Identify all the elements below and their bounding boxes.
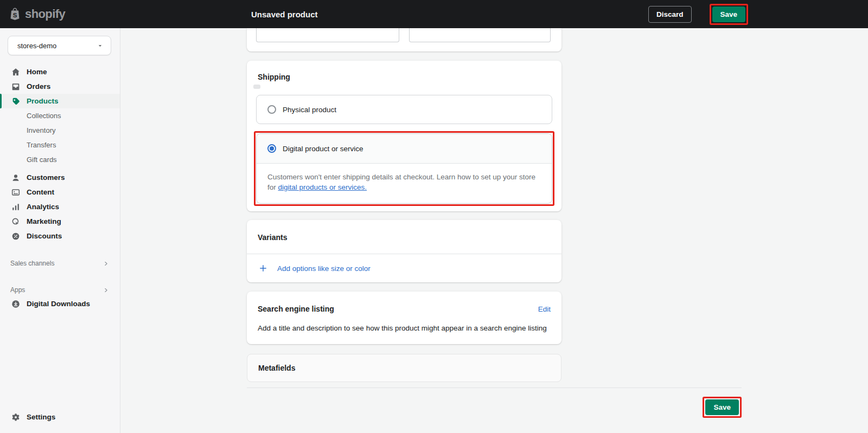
sidebar-item-settings[interactable]: Settings xyxy=(0,410,120,424)
page-title: Unsaved product xyxy=(251,0,318,28)
sidebar-item-label: Home xyxy=(27,68,47,76)
sidebar-item-marketing[interactable]: Marketing xyxy=(0,214,120,229)
save-annotation-box-bottom: Save xyxy=(703,397,742,418)
save-button-top[interactable]: Save xyxy=(712,7,746,22)
main-content: Shipping Physical product Digital produc… xyxy=(121,28,868,433)
sidebar-section-apps[interactable]: Apps xyxy=(0,283,120,296)
svg-text:S: S xyxy=(13,12,17,18)
sidebar-section-sales-channels[interactable]: Sales channels xyxy=(0,257,120,270)
shopify-wordmark: shopify xyxy=(25,7,65,21)
sidebar-item-label: Content xyxy=(27,188,54,196)
sidebar: stores-demo Home Orders Products Collect… xyxy=(0,28,120,433)
digital-downloads-icon xyxy=(10,299,21,309)
sidebar-item-digital-downloads[interactable]: Digital Downloads xyxy=(0,296,120,311)
sidebar-nav: Home Orders Products Collections Invento… xyxy=(0,64,120,311)
sidebar-item-label: Orders xyxy=(27,82,50,91)
sidebar-item-label: Products xyxy=(27,97,59,105)
sidebar-item-discounts[interactable]: Discounts xyxy=(0,229,120,243)
sidebar-item-label: Marketing xyxy=(27,217,61,225)
sidebar-item-label: Transfers xyxy=(27,141,56,149)
digital-product-option-row[interactable]: Digital product or service xyxy=(257,134,552,164)
gear-icon xyxy=(10,412,21,423)
header-actions: Discard Save xyxy=(648,0,748,28)
sidebar-item-label: Customers xyxy=(27,173,65,182)
sidebar-item-label: Settings xyxy=(27,413,55,421)
section-label: Sales channels xyxy=(10,260,54,267)
digital-products-link[interactable]: digital products or services. xyxy=(278,183,367,191)
products-tag-icon xyxy=(10,96,21,107)
sidebar-item-orders[interactable]: Orders xyxy=(0,79,120,94)
chevron-down-icon xyxy=(97,43,103,49)
shipping-card: Shipping Physical product Digital produc… xyxy=(247,61,561,211)
top-bar: S shopify Unsaved product Discard Save xyxy=(0,0,868,28)
radio-physical-product[interactable] xyxy=(267,105,276,114)
sidebar-item-gift-cards[interactable]: Gift cards xyxy=(0,152,120,167)
content-icon xyxy=(10,187,21,198)
sidebar-item-home[interactable]: Home xyxy=(0,64,120,79)
marketing-icon xyxy=(10,216,21,227)
analytics-icon xyxy=(10,202,21,212)
variants-title: Variants xyxy=(258,232,551,243)
physical-product-option[interactable]: Physical product xyxy=(256,95,552,124)
sidebar-item-label: Discounts xyxy=(27,232,62,240)
save-annotation-box: Save xyxy=(710,4,749,25)
chevron-right-icon xyxy=(103,261,109,267)
sidebar-item-analytics[interactable]: Analytics xyxy=(0,199,120,214)
home-icon xyxy=(10,67,21,77)
digital-product-label: Digital product or service xyxy=(283,145,363,153)
text-input-left[interactable] xyxy=(256,28,399,42)
sidebar-item-collections[interactable]: Collections xyxy=(0,108,120,123)
sidebar-item-products[interactable]: Products xyxy=(0,94,120,108)
sidebar-item-label: Gift cards xyxy=(27,156,57,164)
seo-description: Add a title and description to see how t… xyxy=(258,323,551,333)
bottom-save-row: Save xyxy=(247,397,742,418)
sidebar-item-label: Inventory xyxy=(27,126,55,134)
sidebar-item-inventory[interactable]: Inventory xyxy=(0,123,120,138)
sidebar-item-label: Collections xyxy=(27,112,61,120)
physical-product-label: Physical product xyxy=(283,106,336,114)
shopify-logo[interactable]: S shopify xyxy=(9,7,65,21)
metafields-title: Metafields xyxy=(258,363,295,373)
text-input-right[interactable] xyxy=(409,28,551,42)
page-divider xyxy=(247,387,742,388)
discard-button[interactable]: Discard xyxy=(648,6,692,23)
chevron-right-icon xyxy=(103,287,109,293)
shipping-title: Shipping xyxy=(247,61,561,82)
store-selector-label: stores-demo xyxy=(17,42,56,50)
sidebar-item-label: Digital Downloads xyxy=(27,300,90,308)
save-button-bottom[interactable]: Save xyxy=(705,399,739,415)
discounts-icon xyxy=(10,231,21,242)
radio-digital-product[interactable] xyxy=(267,144,276,153)
section-label: Apps xyxy=(10,286,25,294)
pricing-card-partial xyxy=(247,28,561,51)
add-option-label: Add options like size or color xyxy=(277,264,371,273)
shopify-bag-icon: S xyxy=(9,7,21,21)
variants-card: Variants Add options like size or color xyxy=(247,220,561,282)
metafields-card[interactable]: Metafields xyxy=(247,354,561,382)
search-engine-listing-card: Search engine listing Edit Add a title a… xyxy=(247,292,561,344)
add-variant-option-button[interactable]: Add options like size or color xyxy=(247,254,561,282)
sidebar-item-content[interactable]: Content xyxy=(0,185,120,199)
loading-chip xyxy=(253,85,260,89)
seo-edit-link[interactable]: Edit xyxy=(538,305,551,313)
digital-product-option: Digital product or service Customers won… xyxy=(256,133,552,204)
plus-icon xyxy=(259,264,267,273)
sidebar-item-customers[interactable]: Customers xyxy=(0,170,120,185)
sidebar-item-label: Analytics xyxy=(27,203,59,211)
seo-title: Search engine listing xyxy=(258,303,334,314)
digital-product-description: Customers won't enter shipping details a… xyxy=(257,164,552,203)
digital-option-annotation-box: Digital product or service Customers won… xyxy=(254,131,554,206)
store-selector[interactable]: stores-demo xyxy=(8,36,111,55)
orders-icon xyxy=(10,81,21,92)
customers-icon xyxy=(10,172,21,183)
sidebar-item-transfers[interactable]: Transfers xyxy=(0,138,120,152)
